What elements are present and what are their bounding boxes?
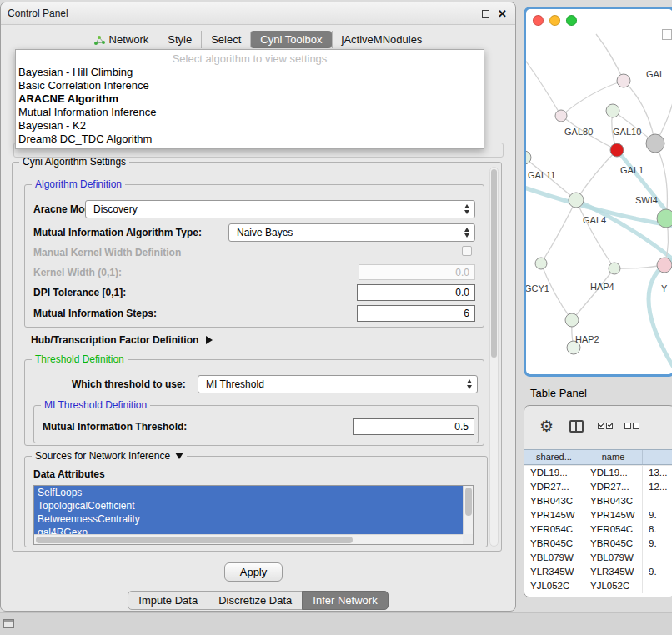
network-node-label: GAL4 [583, 215, 606, 225]
scrollbar-thumb[interactable] [491, 169, 497, 358]
bottom-tab-bar: Impute DataDiscretize DataInfer Network [1, 591, 515, 610]
close-icon[interactable]: ✕ [498, 2, 507, 25]
gear-icon[interactable]: ⚙ [539, 417, 554, 436]
network-node[interactable] [606, 104, 619, 118]
network-node-label: GAL11 [528, 170, 555, 180]
table-row[interactable]: YBL079WYBL079W [524, 551, 672, 565]
network-node[interactable] [565, 313, 579, 327]
desktop: Control Panel ✕ NetworkStyleSelectCyni T… [0, 0, 672, 635]
tab-network[interactable]: Network [85, 31, 158, 48]
bottom-tab-impute-data[interactable]: Impute Data [128, 591, 208, 610]
network-node[interactable] [657, 258, 672, 272]
table-row[interactable]: YJL052CYJL052C [524, 579, 672, 593]
float-window-icon[interactable] [482, 10, 489, 18]
minimize-traffic-light-icon[interactable] [549, 15, 560, 26]
data-attribute-item[interactable]: gal4RGexp [34, 526, 463, 534]
algorithm-option[interactable]: Bayesian - K2 [16, 119, 484, 132]
table-row[interactable]: YDR27...YDR27...12... [524, 480, 672, 494]
columns-icon[interactable] [569, 420, 584, 432]
data-attribute-item[interactable]: BetweennessCentrality [34, 512, 463, 526]
scrollbar-thumb[interactable] [36, 537, 353, 543]
network-node-label: GAL1 [620, 165, 644, 175]
table-row[interactable]: YBR045CYBR045C9. [524, 537, 672, 551]
network-canvas[interactable]: GALGAL80GAL10GAL11GAL1SWI4GAL4GCY1HAP4YH… [526, 9, 672, 374]
network-node[interactable] [609, 262, 620, 274]
algorithm-option[interactable]: Mutual Information Inference [16, 106, 484, 119]
manual-kernel-checkbox[interactable] [462, 246, 472, 256]
column-header-1[interactable]: shared... [524, 450, 584, 464]
table-cell [643, 494, 672, 508]
which-threshold-value: MI Threshold [206, 378, 264, 390]
top-tab-bar: NetworkStyleSelectCyni ToolboxjActiveMNo… [1, 31, 515, 48]
network-node[interactable] [535, 258, 547, 269]
minimized-panel-icon[interactable] [3, 619, 14, 628]
tab-style[interactable]: Style [158, 31, 201, 48]
which-threshold-select[interactable]: MI Threshold [198, 375, 478, 393]
mi-threshold-groupbox: MI Threshold Definition Mutual Informati… [33, 405, 479, 443]
apply-button[interactable]: Apply [224, 562, 283, 582]
network-node-label: GCY1 [526, 283, 549, 293]
mi-type-select[interactable]: Naive Bayes [228, 223, 475, 242]
network-view-window[interactable]: GALGAL80GAL10GAL11GAL1SWI4GAL4GCY1HAP4YH… [524, 7, 672, 377]
titlebar[interactable]: Control Panel ✕ [1, 2, 515, 25]
attribute-list-horizontal-scrollbar[interactable] [34, 534, 463, 544]
combo-arrows-icon [464, 228, 469, 238]
hub-definition-section[interactable]: Hub/Transcription Factor Definition [31, 334, 213, 346]
table-cell: YDL19... [524, 466, 584, 480]
dpi-tolerance-label: DPI Tolerance [0,1]: [33, 287, 126, 298]
algorithm-option[interactable]: Basic Correlation Inference [16, 79, 484, 92]
table-cell: YDR27... [584, 480, 643, 494]
network-scrollbar[interactable] [662, 29, 672, 40]
table-row[interactable]: YER054CYER054C8. [524, 522, 672, 537]
tab-label: jActiveMNodules [342, 33, 423, 46]
network-node[interactable] [657, 209, 672, 228]
column-header-3[interactable] [643, 450, 672, 464]
column-header-2[interactable]: name [584, 450, 643, 464]
dpi-tolerance-input[interactable]: 0.0 [357, 284, 475, 301]
settings-vertical-scrollbar[interactable] [489, 167, 499, 547]
network-node[interactable] [610, 143, 624, 157]
attribute-list-vertical-scrollbar[interactable] [463, 486, 473, 534]
mi-threshold-input[interactable]: 0.5 [353, 418, 474, 435]
network-node[interactable] [646, 134, 664, 152]
data-attribute-item[interactable]: SelfLoops [34, 486, 463, 499]
tab-jactivemnodules[interactable]: jActiveMNodules [332, 31, 432, 48]
algorithm-option[interactable]: Bayesian - Hill Climbing [16, 66, 484, 79]
mi-type-value: Naive Bayes [237, 227, 293, 238]
table-panel-window: ⚙ shared...name YDL19...YDL19...13...YDR… [524, 405, 672, 598]
expand-arrow-icon[interactable] [206, 336, 213, 344]
mi-steps-input[interactable]: 6 [357, 305, 475, 322]
status-strip [0, 612, 672, 635]
zoom-traffic-light-icon[interactable] [566, 15, 577, 26]
network-node[interactable] [569, 192, 584, 208]
collapse-arrow-icon[interactable] [175, 452, 183, 459]
table-row[interactable]: YLR345WYLR345W9. [524, 565, 672, 579]
select-all-checkboxes-icon[interactable] [598, 422, 613, 429]
network-node[interactable] [555, 110, 567, 122]
data-attribute-item[interactable]: TopologicalCoefficient [34, 499, 463, 512]
data-attribute-list[interactable]: SelfLoopsTopologicalCoefficientBetweenne… [33, 485, 474, 545]
sources-title: Sources for Network Inference [32, 450, 187, 462]
close-traffic-light-icon[interactable] [533, 15, 544, 26]
table-body: YDL19...YDL19...13...YDR27...YDR27...12.… [524, 466, 672, 597]
table-row[interactable]: YPR145WYPR145W9. [524, 508, 672, 522]
tab-cyni-toolbox[interactable]: Cyni Toolbox [250, 31, 331, 48]
bottom-tab-discretize-data[interactable]: Discretize Data [208, 591, 303, 610]
scrollbar-thumb[interactable] [465, 488, 472, 516]
mi-steps-label: Mutual Information Steps: [33, 308, 157, 319]
combo-arrows-icon [467, 379, 472, 389]
table-cell: YPR145W [584, 508, 643, 522]
table-cell: YPR145W [524, 508, 584, 522]
manual-kernel-label: Manual Kernel Width Definition [33, 247, 181, 258]
table-row[interactable]: YDL19...YDL19...13... [524, 466, 672, 480]
tab-select[interactable]: Select [201, 31, 250, 48]
deselect-all-checkboxes-icon[interactable] [624, 422, 639, 429]
table-row[interactable]: YBR043CYBR043C [524, 494, 672, 508]
algorithm-option[interactable]: Dream8 DC_TDC Algorithm [16, 132, 484, 146]
algorithm-option[interactable]: ARACNE Algorithm [16, 92, 484, 106]
aracne-mode-select[interactable]: Discovery [85, 200, 475, 218]
network-node[interactable] [617, 74, 630, 88]
network-edge-thick [617, 150, 672, 219]
kernel-width-input[interactable]: 0.0 [359, 264, 475, 280]
bottom-tab-infer-network[interactable]: Infer Network [302, 591, 388, 610]
